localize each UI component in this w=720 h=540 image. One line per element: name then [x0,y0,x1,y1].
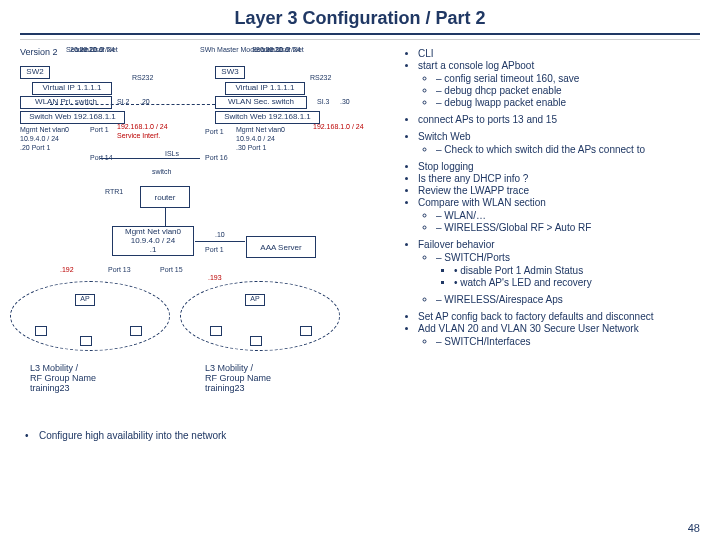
mgmt0-l2: 10.9.4.0 / 24 [131,236,175,245]
b-sweb: Switch Web – Check to which switch did t… [418,131,700,155]
dash-link [50,104,215,105]
ap-icon-r2 [250,336,262,346]
page-number: 48 [688,522,700,534]
b-fail1: – SWITCH/Ports • disable Port 1 Admin St… [436,252,700,288]
switch-lbl: switch [152,168,171,176]
mgmt2-l2: 10.9.4.0 / 24 [236,135,275,143]
b-cli: CLI [418,48,700,59]
p15: Port 15 [160,266,183,274]
b-addv1: – SWITCH/Interfaces [436,336,700,347]
d10: .10 [215,231,225,239]
sweb-l: Switch Web 192.168.1.1 [20,111,125,124]
svc-l: Service Interf. [117,132,160,140]
sun1-l3: 20.20.20.0 /24 [70,46,115,54]
isl-line [100,158,200,159]
swh-master: SWh Master Mode [200,46,258,54]
vip-r: Virtual IP 1.1.1.1 [225,82,305,95]
b-start: start a console log APboot – config seri… [418,60,700,108]
b-fail: Failover behavior – SWITCH/Ports • disab… [418,239,700,305]
ap-box-l: AP [75,294,95,306]
rtr1: RTR1 [105,188,123,196]
aaa-line [195,241,245,242]
b-setap: Set AP config back to factory defaults a… [418,311,700,322]
vip-l: Virtual IP 1.1.1.1 [32,82,112,95]
title-underline [20,39,700,40]
b-fail2: – WIRELESS/Airespace Aps [436,294,700,305]
g2-l3: training23 [205,384,245,394]
g1-l3: training23 [30,384,70,394]
b-addv: Add VLAN 20 and VLAN 30 Secure User Netw… [418,323,700,347]
router-down [165,208,166,226]
wlan-sec: WLAN Sec. switch [215,96,307,109]
ap-icon-l1 [35,326,47,336]
rs232-l: RS232 [132,74,153,82]
diagram-area: Version 2 Secure User Net vlan20 .2 20.2… [20,46,390,486]
ip193: .193 [208,274,222,282]
page-title: Layer 3 Configuration / Part 2 [0,0,720,33]
b-sweb1: – Check to which switch did the APs conn… [436,144,700,155]
b-cmp: Compare with WLAN section – WLAN/… – WIR… [418,197,700,233]
sw2-box: SW2 [20,66,50,79]
p1c: Port 1 [205,246,224,254]
ap-icon-r1 [210,326,222,336]
badge-l: 192.168.1.0 / 24 [117,123,168,131]
sun2-l3: 30.30.30.0 /24 [256,46,301,54]
mgmt1-l1: Mgmt Net vlan0 [20,126,69,134]
b-s1: – config serial timeout 160, save [436,73,700,84]
b-rev: Review the LWAPP trace [418,185,700,196]
bullet-panel: CLI start a console log APboot – config … [390,46,700,486]
ap-icon-r3 [300,326,312,336]
bottom-note: •Configure high availability into the ne… [25,430,365,441]
sw3-box: SW3 [215,66,245,79]
mgmt1-l3: .20 Port 1 [20,144,50,152]
ap-icon-l2 [80,336,92,346]
p1b: Port 1 [205,128,224,136]
b-connect: connect APs to ports 13 and 15 [418,114,700,125]
b-cmp1: – WLAN/… [436,210,700,221]
wlan-pri: WLAN Pri. switch [20,96,112,109]
mgmt0-box: Mgmt Net vlan0 10.9.4.0 / 24 .1 [112,226,194,256]
badge-r: 192.168.1.0 / 24 [313,123,364,131]
p1a: Port 1 [90,126,109,134]
b-cmp2: – WIRELESS/Global RF > Auto RF [436,222,700,233]
mgmt0-l3: .1 [150,245,157,254]
ap-icon-l3 [130,326,142,336]
b-dhcp: Is there any DHCP info ? [418,173,700,184]
mgmt2-l1: Mgmt Net vlan0 [236,126,285,134]
si3: SI.3 [317,98,329,106]
b-s2: – debug dhcp packet enable [436,85,700,96]
b-fail1b: • watch AP's LED and recovery [454,277,700,288]
version-label: Version 2 [20,48,58,58]
page-body: Version 2 Secure User Net vlan20 .2 20.2… [0,46,720,486]
router-box: router [140,186,190,208]
p13: Port 13 [108,266,131,274]
mgmt0-l1: Mgmt Net vlan0 [125,227,181,236]
rs232-r: RS232 [310,74,331,82]
isls: ISLs [165,150,179,158]
b-stop: Stop logging [418,161,700,172]
d30: .30 [340,98,350,106]
mgmt2-l3: .30 Port 1 [236,144,266,152]
p16: Port 16 [205,154,228,162]
b-fail1a: • disable Port 1 Admin Status [454,265,700,276]
ap-box-r: AP [245,294,265,306]
sweb-r: Switch Web 192.168.1.1 [215,111,320,124]
title-rule [20,33,700,35]
b-s3: – debug lwapp packet enable [436,97,700,108]
aaa-box: AAA Server [246,236,316,258]
mgmt1-l2: 10.9.4.0 / 24 [20,135,59,143]
ip192: .192 [60,266,74,274]
